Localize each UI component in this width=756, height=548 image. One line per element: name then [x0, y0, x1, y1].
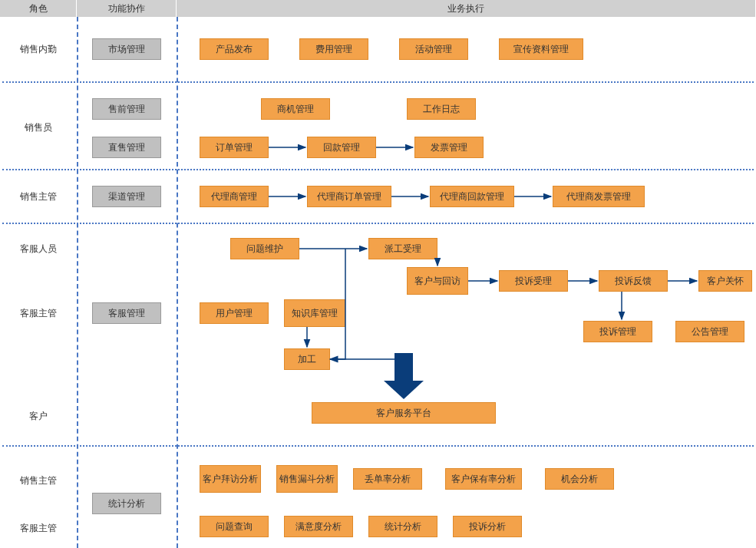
box-user-mgmt: 用户管理 — [200, 302, 269, 324]
box-complaint-feedback: 投诉反馈 — [599, 270, 668, 292]
role-customer: 客户 — [0, 410, 77, 423]
func-channel-mgmt: 渠道管理 — [92, 186, 161, 207]
box-visit-analysis: 客户拜访分析 — [200, 465, 261, 493]
func-market-mgmt: 市场管理 — [92, 38, 161, 60]
box-loss-rate-analysis: 丢单率分析 — [353, 468, 422, 490]
box-retention-analysis: 客户保有率分析 — [445, 468, 522, 490]
box-opportunity-mgmt: 商机管理 — [261, 98, 330, 120]
big-down-arrow-icon — [384, 353, 424, 399]
box-agent-invoice-mgmt: 代理商发票管理 — [553, 186, 645, 207]
box-product-release: 产品发布 — [200, 38, 269, 60]
box-customer-care: 客户关怀 — [698, 270, 752, 292]
box-promo-material-mgmt: 宣传资料管理 — [499, 38, 583, 60]
diagram-canvas: 角色 功能协作 业务执行 销售内勤 销售员 销售主管 客服人员 客服主管 客户 … — [0, 0, 756, 548]
box-customer-service-platform: 客户服务平台 — [312, 402, 496, 424]
box-order-mgmt: 订单管理 — [200, 137, 269, 158]
box-funnel-analysis: 销售漏斗分析 — [276, 465, 338, 493]
box-dispatch-accept: 派工受理 — [368, 238, 437, 259]
svg-marker-13 — [384, 381, 424, 399]
func-presales-mgmt: 售前管理 — [92, 98, 161, 120]
box-complaint-analysis: 投诉分析 — [453, 516, 522, 537]
row-divider-2 — [2, 169, 754, 170]
box-processing: 加工 — [284, 348, 330, 370]
func-direct-sales-mgmt: 直售管理 — [92, 137, 161, 158]
box-expense-mgmt: 费用管理 — [299, 38, 368, 60]
box-opportunity-analysis: 机会分析 — [545, 468, 614, 490]
role-sales-supervisor-2: 销售主管 — [0, 474, 77, 487]
box-invoice-mgmt: 发票管理 — [414, 137, 484, 158]
box-complaint-accept: 投诉受理 — [499, 270, 568, 292]
box-work-log: 工作日志 — [407, 98, 476, 120]
svg-rect-12 — [395, 353, 413, 381]
box-agent-mgmt: 代理商管理 — [200, 186, 269, 207]
role-salesperson: 销售员 — [0, 121, 77, 134]
lane-divider-1 — [77, 17, 78, 548]
box-complaint-mgmt: 投诉管理 — [583, 321, 652, 342]
box-agent-order-mgmt: 代理商订单管理 — [307, 186, 391, 207]
header-exec: 业务执行 — [177, 0, 756, 17]
func-service-mgmt: 客服管理 — [92, 302, 161, 324]
header-func: 功能协作 — [77, 0, 177, 17]
row-divider-1 — [2, 81, 754, 83]
role-service-staff: 客服人员 — [0, 243, 77, 256]
box-issue-query: 问题查询 — [200, 516, 269, 537]
box-issue-maint: 问题维护 — [230, 238, 299, 259]
box-stat-analysis: 统计分析 — [368, 516, 437, 537]
row-divider-4 — [2, 445, 754, 447]
box-satisfaction-analysis: 满意度分析 — [284, 516, 353, 537]
box-agent-payment-mgmt: 代理商回款管理 — [430, 186, 514, 207]
box-customer-revisit: 客户与回访 — [407, 267, 468, 295]
box-knowledge-mgmt: 知识库管理 — [284, 299, 345, 327]
role-service-supervisor: 客服主管 — [0, 307, 77, 320]
box-notice-mgmt: 公告管理 — [675, 321, 744, 342]
role-sales-clerk: 销售内勤 — [0, 43, 77, 56]
box-activity-mgmt: 活动管理 — [399, 38, 468, 60]
func-stats-analysis: 统计分析 — [92, 493, 161, 514]
lane-divider-2 — [177, 17, 178, 548]
header-role: 角色 — [0, 0, 77, 17]
box-payment-mgmt: 回款管理 — [307, 137, 376, 158]
role-sales-supervisor: 销售主管 — [0, 190, 77, 203]
row-divider-3 — [2, 223, 754, 224]
role-service-supervisor-2: 客服主管 — [0, 522, 77, 535]
